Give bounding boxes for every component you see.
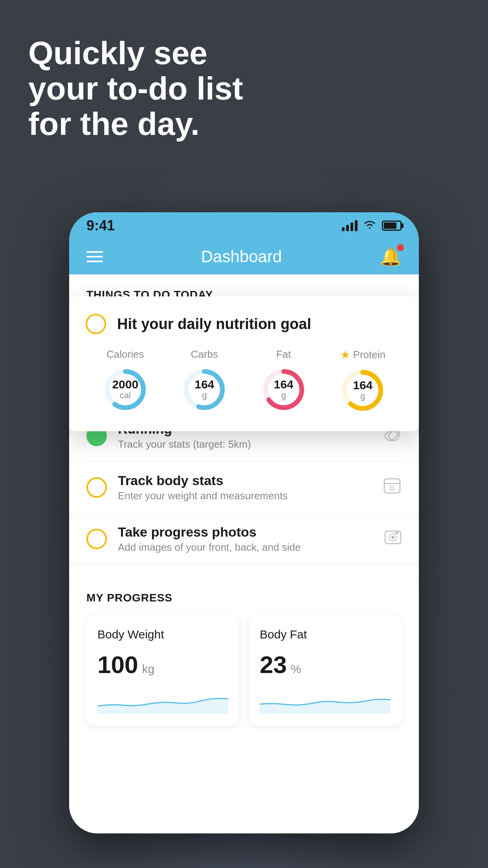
nav-title: Dashboard: [201, 247, 282, 266]
nav-bar: Dashboard 🔔: [69, 239, 419, 274]
signal-icon: [342, 220, 358, 231]
calories-label: Calories: [106, 348, 144, 360]
task-body-stats-name: Track body stats: [118, 473, 372, 488]
body-weight-card: Body Weight 100 kg: [86, 615, 239, 725]
nutrition-row: Calories 2000 cal: [86, 348, 402, 414]
task-circle-photos: [86, 529, 107, 549]
content-area: THINGS TO DO TODAY Hit your daily nutrit…: [69, 274, 419, 833]
fat-unit: g: [274, 390, 294, 401]
headline: Quickly see your to-do list for the day.: [28, 35, 243, 142]
body-weight-title: Body Weight: [97, 628, 228, 641]
task-running-sub: Track your stats (target: 5km): [118, 438, 372, 451]
carbs-label: Carbs: [191, 348, 218, 360]
scale-icon: [383, 477, 402, 498]
task-circle-body-stats: [86, 477, 107, 498]
body-fat-title: Body Fat: [260, 628, 391, 641]
wifi-icon: [363, 219, 376, 232]
calories-donut: 2000 cal: [102, 366, 149, 413]
body-fat-card: Body Fat 23 %: [249, 615, 402, 725]
phone-frame: 9:41 Dashboard: [69, 212, 419, 833]
fat-label: Fat: [276, 348, 291, 360]
nutrition-fat: Fat 164 g: [260, 348, 307, 413]
task-progress-photos-name: Take progress photos: [118, 524, 373, 540]
body-fat-unit: %: [291, 662, 301, 676]
task-progress-photos-content: Take progress photos Add images of your …: [118, 524, 373, 554]
progress-title: MY PROGRESS: [86, 592, 402, 604]
body-weight-value-row: 100 kg: [97, 651, 228, 679]
task-body-stats-content: Track body stats Enter your weight and m…: [118, 473, 372, 502]
progress-section: MY PROGRESS Body Weight 100 kg B: [69, 573, 419, 725]
progress-cards: Body Weight 100 kg Body Fat 23 %: [86, 615, 402, 725]
svg-rect-15: [395, 532, 398, 534]
calories-value: 2000: [112, 379, 138, 390]
nutrition-card-title: Hit your daily nutrition goal: [117, 316, 311, 333]
nutrition-carbs: Carbs 164 g: [181, 348, 228, 413]
carbs-donut: 164 g: [181, 366, 228, 413]
body-fat-chart: [260, 686, 391, 714]
protein-donut: 164 g: [339, 367, 386, 414]
task-progress-photos[interactable]: Take progress photos Add images of your …: [69, 513, 419, 565]
protein-unit: g: [353, 391, 372, 401]
status-time: 9:41: [86, 217, 115, 234]
body-fat-value: 23: [260, 651, 287, 679]
fat-donut: 164 g: [260, 366, 307, 413]
carbs-unit: g: [194, 390, 214, 401]
protein-label: ★ Protein: [340, 348, 385, 361]
photo-icon: [384, 529, 402, 550]
task-progress-photos-sub: Add images of your front, back, and side: [118, 541, 373, 554]
fat-value: 164: [274, 379, 294, 390]
nutrition-calories: Calories 2000 cal: [102, 348, 149, 413]
task-list: Running Track your stats (target: 5km) T…: [69, 410, 419, 565]
task-body-stats-sub: Enter your weight and measurements: [118, 490, 372, 502]
svg-point-11: [390, 486, 394, 490]
menu-button[interactable]: [86, 251, 103, 262]
task-body-stats[interactable]: Track body stats Enter your weight and m…: [69, 462, 419, 513]
svg-point-14: [391, 536, 394, 539]
carbs-value: 164: [194, 379, 214, 390]
battery-icon: [382, 221, 402, 231]
notification-badge: [397, 244, 404, 251]
body-weight-chart: [97, 686, 228, 714]
star-icon: ★: [340, 348, 350, 361]
body-weight-value: 100: [97, 651, 138, 679]
notification-button[interactable]: 🔔: [380, 246, 402, 267]
task-circle-nutrition[interactable]: [86, 314, 106, 334]
nutrition-protein: ★ Protein 164 g: [339, 348, 386, 414]
status-icons: [342, 219, 402, 232]
body-fat-value-row: 23 %: [260, 651, 391, 679]
protein-value: 164: [353, 379, 372, 391]
body-weight-unit: kg: [142, 662, 154, 676]
calories-unit: cal: [112, 390, 138, 401]
status-bar: 9:41: [69, 212, 419, 239]
nutrition-card: Hit your daily nutrition goal Calories: [69, 296, 419, 431]
